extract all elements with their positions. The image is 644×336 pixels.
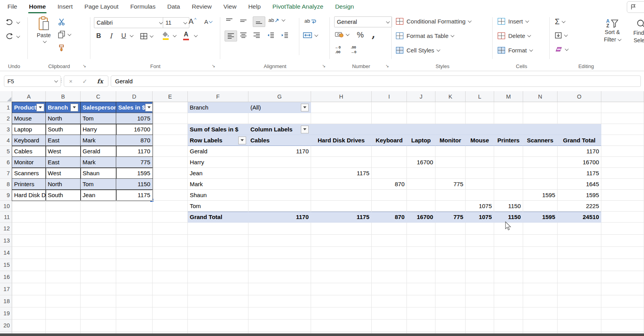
cell-K20[interactable] bbox=[435, 320, 466, 332]
cell-N4[interactable]: Scanners bbox=[523, 135, 558, 146]
cell-L17[interactable] bbox=[466, 283, 494, 295]
cell-C18[interactable] bbox=[81, 295, 116, 307]
shrink-font-button[interactable]: A bbox=[204, 18, 212, 25]
cell-O14[interactable] bbox=[558, 247, 601, 259]
cell-A18[interactable] bbox=[12, 295, 46, 307]
cell-D17[interactable] bbox=[116, 283, 153, 295]
cell-J18[interactable] bbox=[407, 295, 435, 307]
col-header-A[interactable]: A bbox=[12, 91, 46, 102]
cell-styles-button[interactable]: Cell Styles bbox=[396, 47, 440, 54]
comma-style-button[interactable]: , bbox=[372, 28, 375, 40]
wrap-text-button[interactable]: ab bbox=[304, 18, 316, 24]
cell-L19[interactable] bbox=[466, 307, 494, 320]
cell-C10[interactable] bbox=[81, 201, 116, 212]
cell-O6[interactable]: 16700 bbox=[558, 157, 601, 168]
cell-M17[interactable] bbox=[494, 283, 523, 295]
col-header-F[interactable]: F bbox=[188, 91, 248, 102]
grow-font-button[interactable]: A^ bbox=[189, 17, 196, 26]
row-header-8[interactable]: 8 bbox=[0, 179, 12, 190]
cell-L11[interactable]: 1075 bbox=[466, 212, 494, 223]
cell-H14[interactable] bbox=[311, 247, 372, 259]
menu-tab-file[interactable]: File bbox=[2, 0, 23, 13]
cell-C7[interactable]: Shaun bbox=[81, 168, 116, 179]
row-header-19[interactable]: 19 bbox=[0, 307, 12, 320]
col-header-E[interactable]: E bbox=[153, 91, 188, 102]
cell-G11[interactable]: 1170 bbox=[248, 212, 311, 223]
cell-A5[interactable]: Cables bbox=[12, 146, 46, 157]
font-color-options[interactable] bbox=[192, 34, 197, 37]
cell-I20[interactable] bbox=[372, 320, 407, 332]
cell-A14[interactable] bbox=[12, 247, 46, 259]
cell-J5[interactable] bbox=[407, 146, 435, 157]
cell-E18[interactable] bbox=[153, 295, 188, 307]
cell-G7[interactable] bbox=[248, 168, 311, 179]
cell-F8[interactable]: Mark bbox=[188, 179, 248, 190]
cell-B3[interactable]: South bbox=[46, 124, 81, 135]
font-name-select[interactable]: Calibri bbox=[94, 17, 165, 28]
cell-E8[interactable] bbox=[153, 179, 188, 190]
cell-H8[interactable] bbox=[311, 179, 372, 190]
cell-K18[interactable] bbox=[435, 295, 466, 307]
cell-P1[interactable] bbox=[601, 102, 644, 113]
menu-tab-pivottable-analyze[interactable]: PivotTable Analyze bbox=[266, 0, 329, 13]
dropdown-button[interactable] bbox=[238, 137, 246, 144]
align-top-button[interactable] bbox=[225, 18, 233, 24]
cell-G3[interactable]: Column Labels bbox=[248, 124, 311, 135]
cell-M9[interactable] bbox=[494, 190, 523, 201]
cell-K1[interactable] bbox=[435, 102, 466, 113]
cell-G10[interactable] bbox=[248, 201, 311, 212]
cell-O2[interactable] bbox=[558, 113, 601, 124]
cell-I19[interactable] bbox=[372, 307, 407, 320]
cell-E16[interactable] bbox=[153, 271, 188, 283]
cell-C9[interactable]: Jean bbox=[81, 190, 116, 201]
number-dialog-launcher[interactable]: ↘ bbox=[385, 64, 389, 68]
comments-button[interactable] bbox=[627, 1, 644, 13]
cell-C12[interactable] bbox=[81, 223, 116, 235]
cell-D5[interactable]: 1170 bbox=[116, 146, 153, 157]
cell-D2[interactable]: 1075 bbox=[116, 113, 153, 124]
cell-N16[interactable] bbox=[523, 271, 558, 283]
cell-B11[interactable] bbox=[46, 212, 81, 223]
cell-N9[interactable]: 1595 bbox=[523, 190, 558, 201]
cell-P17[interactable] bbox=[601, 283, 644, 295]
cell-D16[interactable] bbox=[116, 271, 153, 283]
cell-J19[interactable] bbox=[407, 307, 435, 320]
cell-J4[interactable]: Laptop bbox=[407, 135, 435, 146]
cell-D7[interactable]: 1595 bbox=[116, 168, 153, 179]
cell-F10[interactable]: Tom bbox=[188, 201, 248, 212]
cell-A7[interactable]: Scanners bbox=[12, 168, 46, 179]
cell-P10[interactable] bbox=[601, 201, 644, 212]
filter-button[interactable] bbox=[36, 104, 44, 111]
cell-A4[interactable]: Keyboard bbox=[12, 135, 46, 146]
col-header-B[interactable]: B bbox=[46, 91, 81, 102]
cell-A15[interactable] bbox=[12, 259, 46, 271]
cell-P11[interactable] bbox=[601, 212, 644, 223]
cell-A11[interactable] bbox=[12, 212, 46, 223]
col-header-G[interactable]: G bbox=[248, 91, 311, 102]
cell-K15[interactable] bbox=[435, 259, 466, 271]
cell-A2[interactable]: Mouse bbox=[12, 113, 46, 124]
cell-D3[interactable]: 16700 bbox=[116, 124, 153, 135]
cell-I4[interactable]: Keyboard bbox=[372, 135, 407, 146]
cell-H7[interactable]: 1175 bbox=[311, 168, 372, 179]
cell-H16[interactable] bbox=[311, 271, 372, 283]
cell-F5[interactable]: Gerald bbox=[188, 146, 248, 157]
cell-I10[interactable] bbox=[372, 201, 407, 212]
cell-L2[interactable] bbox=[466, 113, 494, 124]
cell-E13[interactable] bbox=[153, 235, 188, 247]
cell-E6[interactable] bbox=[153, 157, 188, 168]
cell-H5[interactable] bbox=[311, 146, 372, 157]
cell-H20[interactable] bbox=[311, 320, 372, 332]
cell-B17[interactable] bbox=[46, 283, 81, 295]
cell-O8[interactable]: 1645 bbox=[558, 179, 601, 190]
cell-B6[interactable]: East bbox=[46, 157, 81, 168]
cell-B1[interactable]: Branch bbox=[46, 102, 81, 113]
cell-A19[interactable] bbox=[12, 307, 46, 320]
cell-N6[interactable] bbox=[523, 157, 558, 168]
format-cells-button[interactable]: Format bbox=[498, 47, 532, 54]
cell-B14[interactable] bbox=[46, 247, 81, 259]
menu-tab-insert[interactable]: Insert bbox=[52, 0, 79, 13]
row-header-17[interactable]: 17 bbox=[0, 283, 12, 295]
row-header-4[interactable]: 4 bbox=[0, 135, 12, 146]
cell-O11[interactable]: 24510 bbox=[558, 212, 601, 223]
